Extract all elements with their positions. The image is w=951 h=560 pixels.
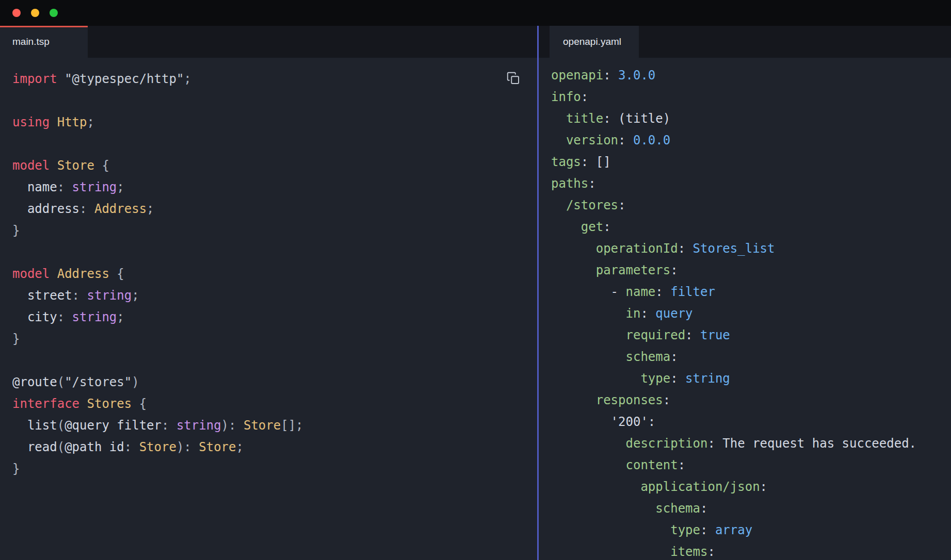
code-line: city: string;	[12, 306, 537, 328]
code-line: model Address {	[12, 263, 537, 285]
code-line: tags: []	[551, 151, 951, 173]
code-line: info:	[551, 86, 951, 108]
code-line: version: 0.0.0	[551, 129, 951, 151]
code-line: schema:	[551, 498, 951, 519]
code-line: }	[12, 328, 537, 350]
code-line: application/json:	[551, 476, 951, 498]
code-line: interface Stores {	[12, 393, 537, 415]
code-line: - name: filter	[551, 281, 951, 303]
zoom-button[interactable]	[50, 9, 58, 17]
right-tabbar: openapi.yaml	[539, 26, 951, 58]
code-line: address: Address;	[12, 198, 537, 220]
code-line: }	[12, 458, 537, 480]
typespec-pane: main.tsp import "@typespec/http"; using …	[0, 26, 537, 560]
openapi-viewer[interactable]: openapi: 3.0.0info: title: (title) versi…	[539, 58, 951, 560]
code-line: @route("/stores")	[12, 371, 537, 393]
code-line: responses:	[551, 389, 951, 411]
code-line: using Http;	[12, 111, 537, 133]
typespec-code: import "@typespec/http"; using Http; mod…	[12, 68, 537, 480]
copy-icon	[506, 71, 521, 86]
code-line: type: array	[551, 519, 951, 541]
code-line: name: string;	[12, 176, 537, 198]
code-line: street: string;	[12, 285, 537, 306]
code-line: items:	[551, 541, 951, 560]
openapi-code: openapi: 3.0.0info: title: (title) versi…	[551, 64, 951, 560]
typespec-editor[interactable]: import "@typespec/http"; using Http; mod…	[0, 58, 537, 560]
code-line: operationId: Stores_list	[551, 238, 951, 259]
openapi-pane: openapi.yaml openapi: 3.0.0info: title: …	[539, 26, 951, 560]
code-line: type: string	[551, 368, 951, 389]
tab-openapi-yaml-label: openapi.yaml	[563, 36, 621, 47]
close-button[interactable]	[12, 9, 21, 17]
window-controls	[12, 9, 58, 17]
minimize-button[interactable]	[31, 9, 39, 17]
code-line: get:	[551, 216, 951, 238]
code-line	[12, 133, 537, 155]
code-line: read(@path id: Store): Store;	[12, 436, 537, 458]
tab-main-tsp[interactable]: main.tsp	[0, 26, 88, 58]
code-line	[12, 90, 537, 111]
code-line: }	[12, 220, 537, 241]
code-line: /stores:	[551, 194, 951, 216]
left-tabbar: main.tsp	[0, 26, 537, 58]
code-line: required: true	[551, 324, 951, 346]
code-line: title: (title)	[551, 108, 951, 129]
code-line: schema:	[551, 346, 951, 368]
titlebar	[0, 0, 951, 26]
tab-openapi-yaml[interactable]: openapi.yaml	[550, 26, 639, 58]
code-line: parameters:	[551, 259, 951, 281]
code-line	[12, 350, 537, 371]
split-view: main.tsp import "@typespec/http"; using …	[0, 26, 951, 560]
code-line: model Store {	[12, 155, 537, 176]
code-line: in: query	[551, 303, 951, 324]
code-line	[12, 241, 537, 263]
code-line: list(@query filter: string): Store[];	[12, 415, 537, 436]
code-line: openapi: 3.0.0	[551, 64, 951, 86]
code-line: content:	[551, 454, 951, 476]
code-line: import "@typespec/http";	[12, 68, 537, 90]
code-line: description: The request has succeeded.	[551, 433, 951, 454]
copy-button[interactable]	[504, 69, 523, 88]
code-line: paths:	[551, 173, 951, 194]
code-line: '200':	[551, 411, 951, 433]
tab-main-tsp-label: main.tsp	[12, 36, 50, 47]
